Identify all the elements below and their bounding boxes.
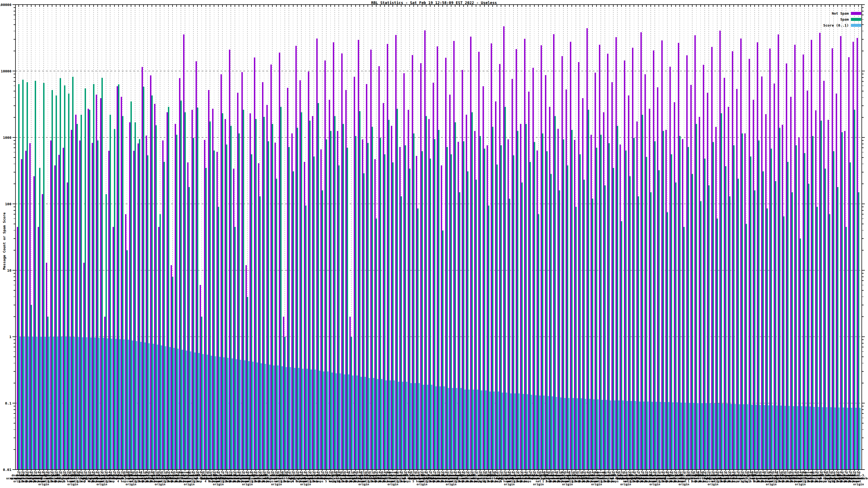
- legend-label-spam: Spam: [840, 18, 849, 22]
- svg-text:10000: 10000: [1, 69, 11, 73]
- svg-text:10: 10: [7, 268, 11, 272]
- legend-row-not-spam: Not Spam: [823, 12, 861, 15]
- legend: Not Spam Spam Score (0..1): [823, 12, 861, 30]
- legend-label-not-spam: Not Spam: [832, 11, 849, 15]
- rbl-statistics-chart: RBL Statistics - Sat Feb 19 12:58:09 EST…: [0, 0, 868, 488]
- x-axis-labels: 7@dnsbl-1.uceprotect.netorigin2@dnsbl-2.…: [6, 470, 868, 486]
- svg-text:0.01: 0.01: [3, 468, 11, 472]
- svg-text:1000: 1000: [3, 135, 11, 140]
- not-spam-swatch-icon: [851, 12, 861, 15]
- svg-text:100000: 100000: [0, 3, 11, 7]
- legend-row-spam: Spam: [823, 18, 861, 21]
- score-swatch-icon: [851, 24, 861, 27]
- svg-text:1: 1: [9, 335, 11, 339]
- spam-swatch-icon: [851, 18, 861, 21]
- svg-text:100: 100: [5, 202, 12, 206]
- bar-chart-plot: 1000001000010001001010.10.017@dnsbl-1.uc…: [0, 0, 868, 488]
- svg-text:origin: origin: [853, 483, 864, 486]
- legend-label-score: Score (0..1): [823, 23, 849, 27]
- legend-row-score: Score (0..1): [823, 24, 861, 27]
- svg-text:0.1: 0.1: [5, 401, 12, 405]
